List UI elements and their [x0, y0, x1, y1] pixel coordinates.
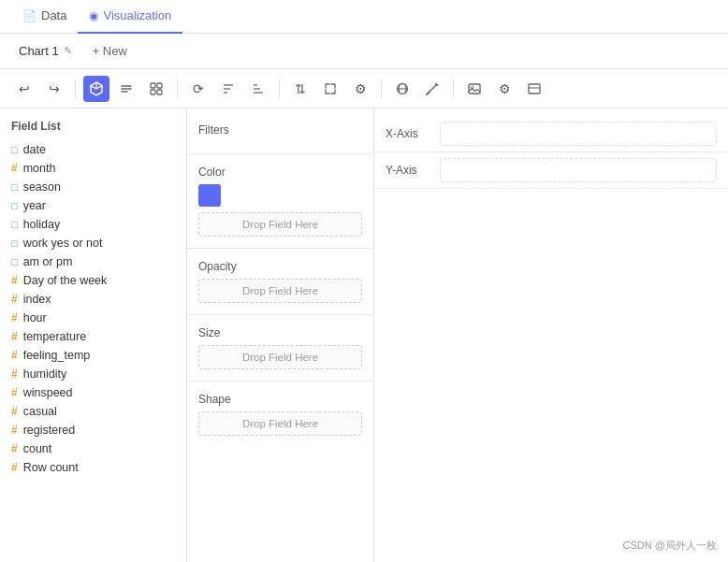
field-item-humidity[interactable]: # humidity [0, 365, 186, 383]
field-item-year[interactable]: □ year [0, 196, 186, 215]
field-item-date[interactable]: □ date [0, 140, 186, 159]
color-label: Color [198, 166, 362, 179]
toolbar-sep-5 [453, 79, 454, 98]
undo-button[interactable]: ↩ [11, 76, 37, 102]
y-axis-row: Y-Axis [374, 152, 728, 189]
divider-4 [187, 381, 373, 382]
chart-edit-icon[interactable]: ✎ [64, 45, 72, 57]
field-item-month[interactable]: # month [0, 159, 186, 178]
opacity-section: Opacity Drop Field Here [187, 252, 373, 310]
field-item-winspeed[interactable]: # winspeed [0, 383, 186, 402]
field-item-work-yes-or-not[interactable]: □ work yes or not [0, 234, 186, 252]
field-item-feeling-temp[interactable]: # feeling_temp [0, 346, 186, 365]
tab-data-label: Data [41, 8, 66, 22]
sort-asc-button[interactable] [215, 76, 241, 102]
data-tab-icon: 📄 [22, 9, 36, 22]
layout-icon [527, 81, 542, 96]
svg-rect-3 [157, 90, 162, 94]
layer-icon [119, 81, 134, 96]
field-item-hour[interactable]: # hour [0, 309, 186, 327]
field-item-season[interactable]: □ season [0, 178, 186, 196]
toolbar-sep-3 [279, 79, 280, 98]
field-name: Day of the week [23, 274, 108, 287]
field-item-index[interactable]: # index [0, 290, 186, 309]
layer-button[interactable] [113, 76, 139, 102]
field-name: humidity [23, 367, 67, 381]
field-item-count[interactable]: # count [0, 440, 186, 458]
field-name: year [23, 199, 46, 212]
color-drop-label: Drop Field Here [242, 219, 318, 230]
field-item-row-count[interactable]: # Row count [0, 458, 186, 477]
field-type-text-icon: □ [11, 238, 18, 249]
chart-type-button[interactable] [83, 76, 109, 102]
x-axis-row: X-Axis [374, 116, 728, 152]
wand-button[interactable] [419, 76, 445, 102]
field-name: count [23, 442, 52, 455]
svg-rect-16 [469, 84, 480, 94]
toolbar-sep-1 [75, 79, 76, 98]
chart-tab-1-label: Chart 1 [19, 44, 59, 58]
tab-visualization-label: Visualization [103, 8, 171, 22]
grid-icon [395, 81, 410, 96]
field-type-text-icon: □ [11, 144, 18, 155]
shape-drop-label: Drop Field Here [242, 418, 318, 429]
tab-visualization[interactable]: ◉ Visualization [78, 0, 182, 34]
field-item-day-of-week[interactable]: # Day of the week [0, 271, 186, 290]
shape-section: Shape Drop Field Here [187, 385, 373, 443]
divider-3 [187, 314, 373, 315]
field-type-num-icon: # [11, 311, 18, 324]
chart-tab-1[interactable]: Chart 1 ✎ [11, 40, 80, 62]
middle-panel: Filters Color Drop Field Here Opacity Dr… [187, 108, 374, 562]
sort-desc-button[interactable] [245, 76, 271, 102]
y-axis-drop-zone[interactable] [440, 158, 717, 182]
redo-button[interactable]: ↪ [41, 76, 67, 102]
field-name: winspeed [23, 386, 73, 399]
size-drop-label: Drop Field Here [242, 352, 318, 363]
expand-button[interactable] [317, 76, 343, 102]
filters-label: Filters [198, 123, 362, 137]
field-name: registered [23, 424, 76, 437]
opacity-drop-zone[interactable]: Drop Field Here [198, 279, 362, 303]
field-item-am-or-pm[interactable]: □ am or pm [0, 252, 186, 271]
tab-bar: 📄 Data ◉ Visualization [0, 0, 728, 34]
field-item-temperature[interactable]: # temperature [0, 327, 186, 346]
color-drop-zone[interactable]: Drop Field Here [198, 212, 362, 237]
field-type-text-icon: □ [11, 200, 18, 211]
field-name: hour [23, 311, 47, 324]
field-item-casual[interactable]: # casual [0, 402, 186, 421]
chart-tab-new[interactable]: + New [85, 40, 135, 62]
field-type-num-icon: # [11, 424, 18, 437]
field-name: am or pm [23, 255, 73, 268]
tab-data[interactable]: 📄 Data [11, 0, 78, 34]
field-type-num-icon: # [11, 442, 18, 455]
image-button[interactable] [461, 76, 488, 102]
visualization-tab-icon: ◉ [89, 9, 98, 22]
x-axis-drop-zone[interactable] [440, 122, 717, 146]
field-item-registered[interactable]: # registered [0, 421, 186, 440]
expand-icon [323, 81, 338, 96]
field-type-num-icon: # [11, 293, 18, 306]
field-type-num-icon: # [11, 330, 18, 343]
filters-section: Filters [187, 116, 373, 150]
field-item-holiday[interactable]: □ holiday [0, 215, 186, 234]
field-list-title: Field List [0, 116, 186, 140]
field-name: season [23, 180, 61, 194]
y-axis-label: Y-Axis [386, 164, 432, 177]
field-type-num-icon: # [11, 386, 18, 399]
opacity-drop-label: Drop Field Here [242, 285, 318, 296]
wand-icon [425, 81, 440, 96]
layout-button[interactable] [521, 76, 547, 102]
color-swatch[interactable] [198, 184, 221, 207]
size-drop-zone[interactable]: Drop Field Here [198, 345, 362, 369]
refresh-button[interactable]: ⟳ [185, 76, 211, 102]
size-section: Size Drop Field Here [187, 319, 373, 377]
expand-settings-button[interactable]: ⚙ [347, 76, 373, 102]
field-type-num-icon: # [11, 162, 18, 175]
color-row [198, 184, 362, 207]
image-settings-button[interactable]: ⚙ [491, 76, 517, 102]
up-down-button[interactable]: ⇅ [287, 76, 313, 102]
grid-button[interactable] [389, 76, 415, 102]
toolbar-sep-2 [177, 79, 178, 98]
layers-button[interactable] [143, 76, 169, 102]
shape-drop-zone[interactable]: Drop Field Here [198, 411, 362, 436]
